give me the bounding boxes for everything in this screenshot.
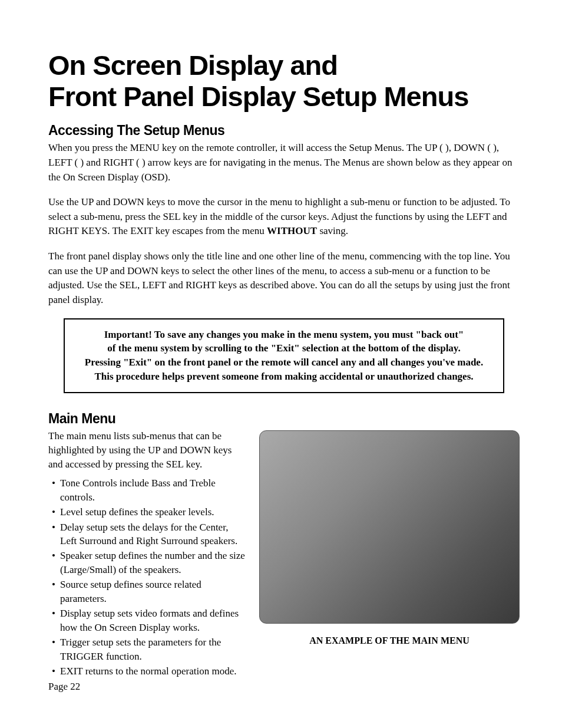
title-line-2: Front Panel Display Setup Menus (48, 81, 468, 112)
list-item: EXIT returns to the normal operation mod… (51, 664, 245, 678)
list-item: Level setup defines the speaker levels. (51, 505, 245, 519)
mainmenu-intro: The main menu lists sub-menus that can b… (48, 429, 245, 472)
menu-example-screen (259, 430, 520, 624)
callout-line: This procedure helps prevent someone fro… (71, 370, 497, 384)
section-heading-mainmenu: Main Menu (48, 411, 520, 427)
list-item: Speaker setup defines the number and the… (51, 549, 245, 577)
page-title: On Screen Display and Front Panel Displa… (48, 50, 520, 112)
callout-line: Important! To save any changes you make … (71, 328, 497, 342)
without-emphasis: WITHOUT (267, 225, 317, 236)
list-item: Delay setup sets the delays for the Cent… (51, 521, 245, 548)
para-accessing-1: When you press the MENU key on the remot… (48, 141, 520, 185)
page-number: Page 22 (48, 681, 80, 693)
mainmenu-figure-column: AN EXAMPLE OF THE MAIN MENU (259, 429, 520, 646)
important-callout: Important! To save any changes you make … (64, 318, 504, 393)
callout-line: Pressing "Exit" on the front panel or th… (71, 355, 497, 370)
section-heading-accessing: Accessing The Setup Menus (48, 123, 520, 139)
para-accessing-2: Use the UP and DOWN keys to move the cur… (48, 195, 520, 239)
title-line-1: On Screen Display and (48, 50, 338, 81)
list-item: Trigger setup sets the parameters for th… (51, 635, 245, 663)
callout-line: of the menu system by scrolling to the "… (71, 341, 497, 355)
mainmenu-bullet-list: Tone Controls include Bass and Treble co… (48, 476, 245, 678)
para-accessing-3: The front panel display shows only the t… (48, 249, 520, 308)
list-item: Display setup sets video formats and def… (51, 607, 245, 634)
mainmenu-text-column: The main menu lists sub-menus that can b… (48, 429, 245, 680)
list-item: Source setup defines source related para… (51, 578, 245, 605)
figure-caption: AN EXAMPLE OF THE MAIN MENU (259, 635, 520, 646)
list-item: Tone Controls include Bass and Treble co… (51, 476, 245, 504)
